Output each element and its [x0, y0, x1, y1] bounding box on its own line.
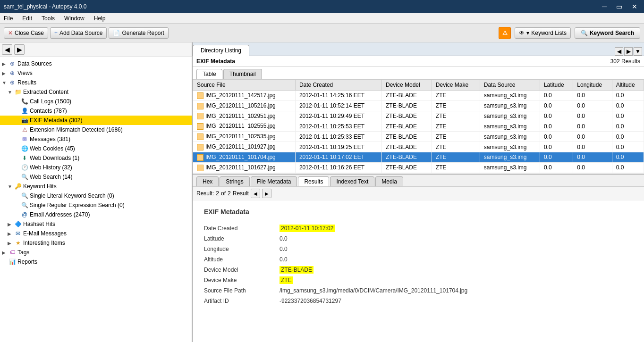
sidebar-item-reports[interactable]: ▶ 📊 Reports [0, 257, 192, 267]
table-row[interactable]: IMG_20120111_102555.jpg2012-01-11 10:25:… [193, 121, 644, 132]
generate-report-icon: 📄 [113, 30, 120, 36]
table-row[interactable]: IMG_20120111_101627.jpg2012-01-11 10:16:… [193, 162, 644, 173]
table-cell: 0.0 [612, 142, 644, 152]
table-cell: 0.0 [540, 121, 573, 132]
table-row[interactable]: IMG_20120111_142517.jpg2012-01-11 14:25:… [193, 91, 644, 101]
sidebar-item-messages[interactable]: ▶ ✉ Messages (381) [0, 134, 192, 144]
tree-label: Keyword Hits [23, 183, 57, 190]
interesting-icon: ★ [14, 239, 22, 247]
menu-tools[interactable]: Tools [40, 14, 57, 23]
col-data-source[interactable]: Data Source [480, 80, 540, 91]
tree-label: Tags [17, 249, 29, 256]
ext-icon: ⚠ [21, 126, 28, 133]
table-cell: 0.0 [540, 132, 573, 142]
tab-results[interactable]: Results [298, 176, 329, 186]
tab-thumbnail[interactable]: Thumbnail [223, 69, 262, 79]
table-cell: 2012-01-11 10:16:26 EET [295, 162, 381, 173]
back-button[interactable]: ◀ [2, 44, 12, 55]
exif-row: Longitude0.0 [204, 244, 633, 254]
folder-icon: 📁 [14, 88, 22, 96]
file-icon [197, 133, 203, 140]
sidebar-item-single-literal[interactable]: ▶ 🔍 Single Literal Keyword Search (0) [0, 191, 192, 200]
expand-button[interactable]: ▼ [634, 47, 642, 56]
sidebar-item-web-cookies[interactable]: ▶ 🌐 Web Cookies (45) [0, 144, 192, 153]
sidebar-item-web-search[interactable]: ▶ 🔍 Web Search (14) [0, 172, 192, 182]
sidebar-item-keyword-hits[interactable]: ▼ 🔑 Keyword Hits [0, 182, 192, 191]
col-altitude[interactable]: Altitude [612, 80, 644, 91]
forward-button[interactable]: ▶ [14, 44, 25, 55]
col-device-make[interactable]: Device Make [432, 80, 480, 91]
tab-indexed-text[interactable]: Indexed Text [330, 176, 374, 186]
datasource-icon: ⊕ [8, 60, 16, 67]
web-hist-icon: 🕐 [21, 164, 28, 171]
col-date-created[interactable]: Date Created [295, 80, 381, 91]
exif-value: ZTE [280, 277, 293, 284]
sidebar-item-data-sources[interactable]: ▶ ⊕ Data Sources [0, 59, 192, 68]
add-data-source-button[interactable]: + Add Data Source [50, 27, 107, 39]
close-button[interactable]: ✕ [629, 2, 640, 11]
result-prev-button[interactable]: ◀ [251, 189, 260, 198]
sidebar-item-call-logs[interactable]: ▶ 📞 Call Logs (1500) [0, 97, 192, 106]
menu-window[interactable]: Window [62, 14, 86, 23]
exif-value: 0.0 [280, 256, 288, 263]
sidebar-item-ext-mismatch[interactable]: ▶ ⚠ Extension Mismatch Detected (1686) [0, 125, 192, 134]
table-cell: 0.0 [540, 162, 573, 173]
sidebar-item-extracted-content[interactable]: ▼ 📁 Extracted Content [0, 87, 192, 97]
tab-label: Directory Listing [201, 47, 241, 54]
col-latitude[interactable]: Latitude [540, 80, 573, 91]
menu-help[interactable]: Help [92, 14, 108, 23]
sidebar-item-exif-metadata[interactable]: ▶ 📷 EXIF Metadata (302) [0, 116, 192, 125]
minimize-button[interactable]: ─ [599, 2, 610, 11]
sidebar-item-single-regex[interactable]: ▶ 🔍 Single Regular Expression Search (0) [0, 200, 192, 210]
menu-file[interactable]: File [2, 14, 15, 23]
tab-media[interactable]: Media [375, 176, 403, 186]
table-cell: ZTE-BLADE [381, 111, 432, 121]
sidebar-item-views[interactable]: ▶ ⊕ Views [0, 68, 192, 78]
result-next-button[interactable]: ▶ [262, 189, 271, 198]
sidebar-item-hashset-hits[interactable]: ▶ 🔷 Hashset Hits [0, 219, 192, 229]
eye-button[interactable]: 👁 ▾ Keyword Lists [515, 27, 571, 39]
sidebar-item-email-messages[interactable]: ▶ ✉ E-Mail Messages [0, 229, 192, 238]
menu-edit[interactable]: Edit [20, 14, 34, 23]
table-cell: 0.0 [540, 142, 573, 152]
titlebar-controls: ─ ▭ ✕ [599, 2, 640, 11]
sidebar-item-web-history[interactable]: ▶ 🕐 Web History (32) [0, 163, 192, 172]
exif-key: Source File Path [204, 287, 280, 294]
expand-icon: ▶ [2, 250, 8, 255]
table-cell: ZTE [432, 132, 480, 142]
generate-report-button[interactable]: 📄 Generate Report [109, 27, 168, 39]
table-cell: samsung_s3.img [480, 91, 540, 101]
exif-row: Device ModelZTE-BLADE [204, 265, 633, 275]
sidebar-item-interesting-items[interactable]: ▶ ★ Interesting Items [0, 238, 192, 248]
table-row[interactable]: IMG_20120111_101927.jpg2012-01-11 10:19:… [193, 142, 644, 152]
expand-icon: ▶ [8, 231, 14, 236]
table-cell: 0.0 [540, 111, 573, 121]
scroll-right-button[interactable]: ▶ [624, 47, 633, 56]
col-source-file[interactable]: Source File [193, 80, 296, 91]
keyword-search-button[interactable]: 🔍 Keyword Search [575, 27, 640, 39]
table-cell: ZTE-BLADE [381, 162, 432, 173]
table-row[interactable]: IMG_20120111_105216.jpg2012-01-11 10:52:… [193, 100, 644, 111]
tab-file-metadata[interactable]: File Metadata [251, 176, 297, 186]
sidebar-item-email-addresses[interactable]: ▶ @ Email Addresses (2470) [0, 210, 192, 219]
tab-table[interactable]: Table [196, 69, 222, 79]
table-cell: samsung_s3.img [480, 111, 540, 121]
sidebar-item-results[interactable]: ▼ ⊕ Results [0, 78, 192, 87]
sidebar-item-web-downloads[interactable]: ▶ ⬇ Web Downloads (1) [0, 153, 192, 163]
table-cell: 0.0 [540, 91, 573, 101]
scroll-left-button[interactable]: ◀ [615, 47, 623, 56]
sidebar-item-tags[interactable]: ▶ 🏷 Tags [0, 248, 192, 257]
table-row[interactable]: IMG_20120111_102951.jpg2012-01-11 10:29:… [193, 111, 644, 121]
tab-hex[interactable]: Hex [196, 176, 219, 186]
tab-strings[interactable]: Strings [220, 176, 249, 186]
tab-directory-listing[interactable]: Directory Listing [193, 45, 249, 56]
table-row[interactable]: IMG_20120111_101704.jpg2012-01-11 10:17:… [193, 152, 644, 162]
table-row[interactable]: IMG_20120111_102535.jpg2012-01-11 10:25:… [193, 132, 644, 142]
warning-icon[interactable]: ⚠ [499, 27, 511, 39]
sidebar-item-contacts[interactable]: ▶ 👤 Contacts (787) [0, 106, 192, 116]
maximize-button[interactable]: ▭ [613, 2, 625, 11]
col-longitude[interactable]: Longitude [573, 80, 612, 91]
table-cell: IMG_20120111_101704.jpg [193, 152, 296, 162]
col-device-model[interactable]: Device Model [381, 80, 432, 91]
close-case-button[interactable]: ✕ Close Case [4, 27, 48, 39]
